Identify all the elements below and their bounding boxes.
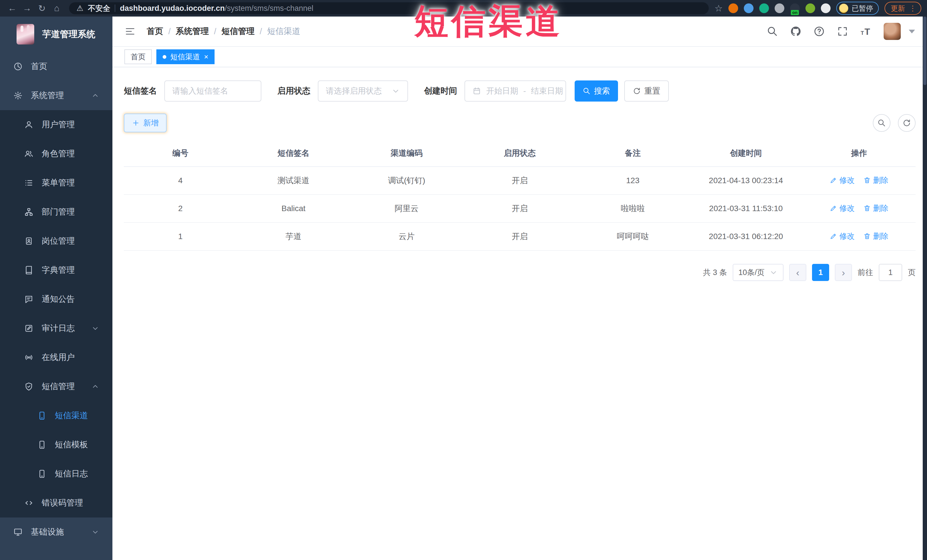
app-logo-image xyxy=(17,24,34,44)
sidebar-item-sms-template[interactable]: 短信模板 xyxy=(0,430,112,459)
date-range-picker[interactable]: 开始日期 - 结束日期 xyxy=(465,80,566,102)
toggle-search-button[interactable] xyxy=(873,114,891,132)
column-header: 操作 xyxy=(802,140,916,167)
goto-suffix: 页 xyxy=(908,267,916,278)
bookmark-star-icon[interactable]: ☆ xyxy=(714,3,723,14)
calendar-icon xyxy=(473,87,481,95)
add-button[interactable]: 新增 xyxy=(124,114,167,132)
breadcrumb-item[interactable]: 短信管理 xyxy=(222,26,254,37)
orange-extension-icon[interactable] xyxy=(728,3,738,13)
sidebar-item-label: 基础设施 xyxy=(31,526,64,538)
breadcrumb-item[interactable]: 首页 xyxy=(147,26,163,37)
edit-label: 修改 xyxy=(839,175,855,185)
sidebar-item-notice[interactable]: 通知公告 xyxy=(0,285,112,314)
sidebar-item-post-mgmt[interactable]: 岗位管理 xyxy=(0,226,112,256)
goto-page-input[interactable]: 1 xyxy=(879,264,902,281)
hamburger-icon[interactable] xyxy=(125,26,136,36)
sidebar-item-error-code[interactable]: 错误码管理 xyxy=(0,489,112,518)
tag-home[interactable]: 首页 xyxy=(125,49,152,64)
cell-code: 云片 xyxy=(350,223,463,250)
edit-link[interactable]: 修改 xyxy=(830,231,855,241)
tag-sms-channel[interactable]: 短信渠道× xyxy=(157,49,214,64)
sidebar-item-dict-mgmt[interactable]: 字典管理 xyxy=(0,256,112,285)
sidebar-item-label: 通知公告 xyxy=(42,294,75,305)
edit-icon xyxy=(830,232,837,240)
sidebar-item-label: 用户管理 xyxy=(42,119,75,131)
help-icon[interactable] xyxy=(813,26,825,37)
column-header: 编号 xyxy=(124,140,237,167)
paused-extension-badge[interactable]: 已暂停 xyxy=(836,2,879,15)
user-avatar[interactable] xyxy=(884,23,901,40)
sidebar-item-audit-log[interactable]: 审计日志 xyxy=(0,314,112,343)
status-select[interactable]: 请选择启用状态 xyxy=(318,80,408,102)
page-scrollbar[interactable] xyxy=(923,17,927,560)
page-1-button[interactable]: 1 xyxy=(812,264,829,281)
breadcrumb-item[interactable]: 系统管理 xyxy=(176,26,209,37)
page-size-select[interactable]: 10条/页 xyxy=(733,264,784,281)
table-row: 4测试渠道调试(钉钉)开启1232021-04-13 00:23:14修改删除 xyxy=(124,167,916,194)
font-size-icon[interactable]: TT xyxy=(860,26,872,37)
sidebar-item-label: 角色管理 xyxy=(42,148,75,159)
location-extension-icon[interactable] xyxy=(744,3,754,13)
home-button[interactable]: ⌂ xyxy=(50,2,63,15)
column-header: 启用状态 xyxy=(463,140,576,167)
sidebar-item-dept-mgmt[interactable]: 部门管理 xyxy=(0,197,112,226)
back-button[interactable]: ← xyxy=(6,2,19,15)
delete-link[interactable]: 删除 xyxy=(863,175,889,185)
sidebar-item-label: 短信管理 xyxy=(42,381,75,392)
sidebar-item-sms-channel[interactable]: 短信渠道 xyxy=(0,401,112,430)
leaf-extension-icon[interactable] xyxy=(805,3,815,13)
search-icon[interactable] xyxy=(767,26,778,37)
sidebar-item-infrastructure[interactable]: 基础设施 xyxy=(0,518,112,546)
dark-extension-icon[interactable]: on xyxy=(790,3,800,13)
goto-label: 前往 xyxy=(858,267,873,278)
sidebar-item-menu-mgmt[interactable]: 菜单管理 xyxy=(0,168,112,197)
chevron-down-icon[interactable] xyxy=(909,30,915,33)
cell-status: 开启 xyxy=(463,223,576,250)
phone-icon xyxy=(36,469,47,478)
phone-icon xyxy=(36,440,47,449)
sidebar-item-user-mgmt[interactable]: 用户管理 xyxy=(0,110,112,139)
check-extension-icon[interactable] xyxy=(759,3,769,13)
fullscreen-icon[interactable] xyxy=(837,26,848,37)
close-icon[interactable]: × xyxy=(204,53,208,61)
browser-menu-icon[interactable]: ⋮ xyxy=(909,4,917,13)
refresh-icon xyxy=(633,87,641,95)
puzzle-extension-icon[interactable] xyxy=(821,3,831,13)
sign-input[interactable]: 请输入短信签名 xyxy=(164,80,261,102)
sidebar-item-system-mgmt[interactable]: 系统管理 xyxy=(0,81,112,110)
search-button[interactable]: 搜索 xyxy=(574,80,618,102)
svg-text:T: T xyxy=(865,27,870,37)
sidebar-item-online-user[interactable]: 在线用户 xyxy=(0,343,112,372)
app-logo[interactable]: 芋道管理系统 xyxy=(0,17,112,52)
delete-label: 删除 xyxy=(873,203,889,213)
cell-sign: Balicat xyxy=(237,194,350,223)
delete-link[interactable]: 删除 xyxy=(863,203,889,213)
sidebar-item-label: 首页 xyxy=(31,61,47,72)
sidebar-item-home[interactable]: 首页 xyxy=(0,52,112,81)
delete-link[interactable]: 删除 xyxy=(863,231,889,241)
edit-link[interactable]: 修改 xyxy=(830,203,855,213)
chevron-down-icon xyxy=(769,268,778,277)
scrollbar-thumb[interactable] xyxy=(923,17,926,85)
sidebar-item-label: 短信渠道 xyxy=(55,410,88,421)
forward-button[interactable]: → xyxy=(21,2,33,15)
github-icon[interactable] xyxy=(790,26,801,37)
sidebar-item-role-mgmt[interactable]: 角色管理 xyxy=(0,139,112,168)
address-bar[interactable]: ⚠ 不安全 dashboard.yudao.iocoder.cn/system/… xyxy=(69,2,709,14)
announcement-icon xyxy=(23,295,34,304)
next-page-button[interactable]: › xyxy=(835,264,852,281)
users-icon xyxy=(23,149,34,158)
prev-page-button[interactable]: ‹ xyxy=(789,264,806,281)
refresh-table-button[interactable] xyxy=(898,114,916,132)
tag-label: 短信渠道 xyxy=(170,52,200,62)
monitor-icon xyxy=(12,528,23,537)
sidebar-item-sms-mgmt[interactable]: 短信管理 xyxy=(0,372,112,401)
reload-button[interactable]: ↻ xyxy=(35,2,49,15)
active-dot xyxy=(163,55,166,59)
sidebar-item-sms-log[interactable]: 短信日志 xyxy=(0,459,112,489)
browser-update-button[interactable]: 更新 ⋮ xyxy=(884,2,921,15)
edit-link[interactable]: 修改 xyxy=(830,175,855,185)
grid-extension-icon[interactable] xyxy=(775,3,784,13)
reset-button[interactable]: 重置 xyxy=(624,80,669,102)
